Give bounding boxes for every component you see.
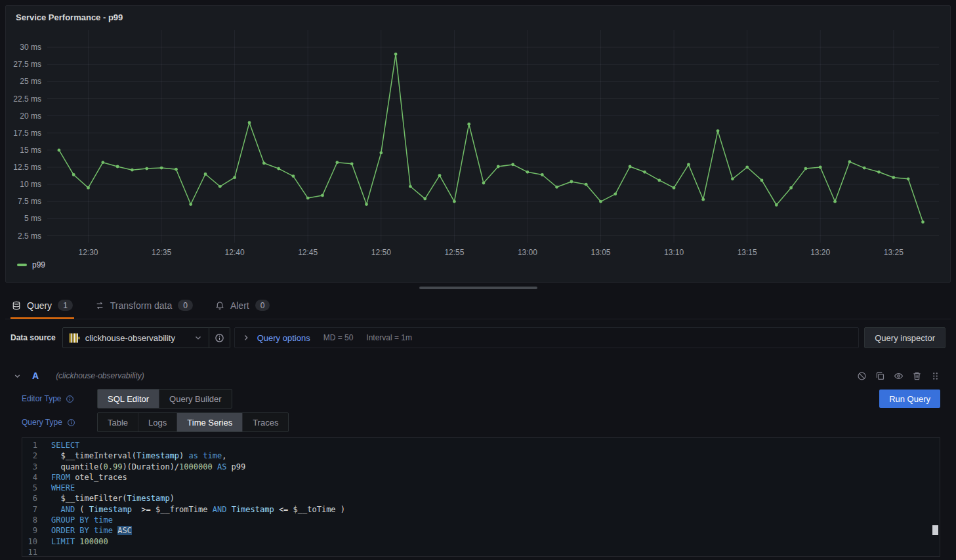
query-type-field-label: Query Type: [22, 418, 97, 427]
tab-label: Query: [27, 300, 52, 311]
hide-response-eye-icon[interactable]: [894, 371, 904, 381]
transform-arrows-icon: [95, 301, 104, 310]
svg-text:12:45: 12:45: [298, 248, 318, 257]
query-options-toggle[interactable]: Query options: [257, 333, 310, 343]
tab-transform-data[interactable]: Transform data 0: [94, 292, 194, 319]
editor-type-group: SQL Editor Query Builder: [97, 389, 232, 409]
svg-text:20 ms: 20 ms: [20, 111, 41, 121]
svg-text:12.5 ms: 12.5 ms: [13, 163, 41, 172]
query-options-md: MD = 50: [323, 333, 354, 342]
chart-legend: p99: [13, 260, 943, 270]
datasource-picker[interactable]: clickhouse-observability: [62, 327, 209, 348]
svg-text:13:05: 13:05: [591, 248, 610, 257]
panel-header[interactable]: Service Performance - p99: [13, 9, 943, 25]
editor-type-sql-editor[interactable]: SQL Editor: [98, 390, 159, 408]
panel-title: Service Performance - p99: [13, 12, 123, 22]
svg-text:15 ms: 15 ms: [20, 146, 41, 155]
query-row-body: Editor Type SQL Editor Query Builder Run…: [22, 389, 940, 557]
query-type-table[interactable]: Table: [98, 413, 138, 431]
svg-text:27.5 ms: 27.5 ms: [13, 60, 41, 69]
query-type-traces[interactable]: Traces: [242, 413, 288, 431]
datasource-label: Data source: [10, 333, 56, 342]
tab-label: Transform data: [110, 300, 172, 311]
drag-handle-icon[interactable]: [930, 371, 940, 381]
tab-query[interactable]: Query 1: [10, 292, 74, 319]
info-circle-icon[interactable]: [66, 395, 74, 403]
editor-type-query-builder[interactable]: Query Builder: [159, 390, 231, 408]
database-icon: [12, 301, 21, 310]
disable-query-icon[interactable]: [857, 371, 867, 381]
svg-text:12:30: 12:30: [78, 248, 98, 257]
chevron-down-icon: [194, 333, 203, 342]
svg-text:10 ms: 10 ms: [20, 180, 41, 189]
svg-text:13:20: 13:20: [810, 248, 830, 257]
svg-text:5 ms: 5 ms: [24, 214, 41, 223]
query-toolbar: Data source clickhouse-observability Que…: [5, 327, 951, 348]
query-inspector-button[interactable]: Query inspector: [864, 327, 946, 348]
code-gutter: 1234567891011: [22, 440, 50, 556]
datasource-value: clickhouse-observability: [85, 333, 175, 343]
query-type-row: Query Type Table Logs Time Series Traces: [22, 412, 940, 432]
legend-series-marker: [17, 264, 27, 266]
sql-code-editor[interactable]: 1234567891011 SELECT $__timeInterval(Tim…: [22, 437, 940, 557]
tab-count-badge: 0: [178, 300, 193, 311]
run-query-button[interactable]: Run Query: [879, 390, 940, 408]
timeseries-chart[interactable]: 2.5 ms5 ms7.5 ms10 ms12.5 ms15 ms17.5 ms…: [13, 25, 943, 260]
horizontal-scrollbar[interactable]: [419, 287, 537, 289]
svg-text:13:00: 13:00: [518, 248, 537, 257]
svg-text:2.5 ms: 2.5 ms: [18, 231, 41, 241]
query-options-interval: Interval = 1m: [366, 333, 412, 342]
editor-type-row: Editor Type SQL Editor Query Builder Run…: [22, 389, 940, 409]
query-options-bar[interactable]: Query options MD = 50 Interval = 1m: [234, 327, 860, 348]
datasource-help-button[interactable]: [209, 327, 230, 348]
tab-count-badge: 1: [58, 300, 73, 311]
bell-icon: [215, 301, 224, 310]
svg-text:17.5 ms: 17.5 ms: [13, 129, 41, 138]
tab-count-badge: 0: [255, 300, 270, 311]
svg-text:7.5 ms: 7.5 ms: [18, 197, 41, 206]
query-type-label: Query Type: [22, 418, 62, 427]
editor-overview-cursor: [932, 525, 938, 535]
svg-text:12:35: 12:35: [152, 248, 171, 257]
query-ref-id[interactable]: A: [32, 370, 39, 381]
query-row-header: A (clickhouse-observability): [13, 367, 940, 385]
svg-text:30 ms: 30 ms: [20, 43, 41, 52]
editor-type-field-label: Editor Type: [22, 394, 97, 403]
legend-series-label[interactable]: p99: [32, 260, 45, 270]
svg-text:12:55: 12:55: [444, 248, 464, 257]
svg-text:25 ms: 25 ms: [20, 77, 41, 86]
editor-type-label: Editor Type: [22, 394, 61, 403]
duplicate-query-icon[interactable]: [875, 371, 885, 381]
clickhouse-logo-icon: [69, 332, 80, 344]
query-row: A (clickhouse-observability): [5, 367, 951, 557]
svg-text:13:10: 13:10: [664, 248, 684, 257]
grafana-query-page: Service Performance - p99 2.5 ms5 ms7.5 …: [0, 0, 956, 560]
svg-text:22.5 ms: 22.5 ms: [13, 94, 41, 104]
svg-text:13:25: 13:25: [884, 248, 904, 257]
query-row-actions: [857, 371, 940, 381]
query-editor-tabs: Query 1 Transform data 0 Alert 0: [5, 292, 951, 319]
query-type-logs[interactable]: Logs: [138, 413, 177, 431]
code-lines[interactable]: SELECT $__timeInterval(Timestamp) as tim…: [51, 440, 345, 556]
query-type-group: Table Logs Time Series Traces: [97, 412, 289, 432]
svg-text:12:40: 12:40: [225, 248, 245, 257]
remove-query-trash-icon[interactable]: [912, 371, 922, 381]
tab-label: Alert: [230, 300, 249, 311]
angle-right-icon[interactable]: [241, 333, 251, 342]
info-circle-icon: [215, 333, 224, 343]
collapse-chevron-icon[interactable]: [13, 372, 22, 380]
tab-alert[interactable]: Alert 0: [214, 292, 271, 319]
query-type-time-series[interactable]: Time Series: [177, 413, 242, 431]
info-circle-icon[interactable]: [67, 418, 75, 427]
timeseries-panel: Service Performance - p99 2.5 ms5 ms7.5 …: [5, 5, 951, 283]
query-datasource-hint: (clickhouse-observability): [56, 371, 144, 380]
svg-text:12:50: 12:50: [371, 248, 391, 257]
svg-text:13:15: 13:15: [738, 248, 757, 257]
